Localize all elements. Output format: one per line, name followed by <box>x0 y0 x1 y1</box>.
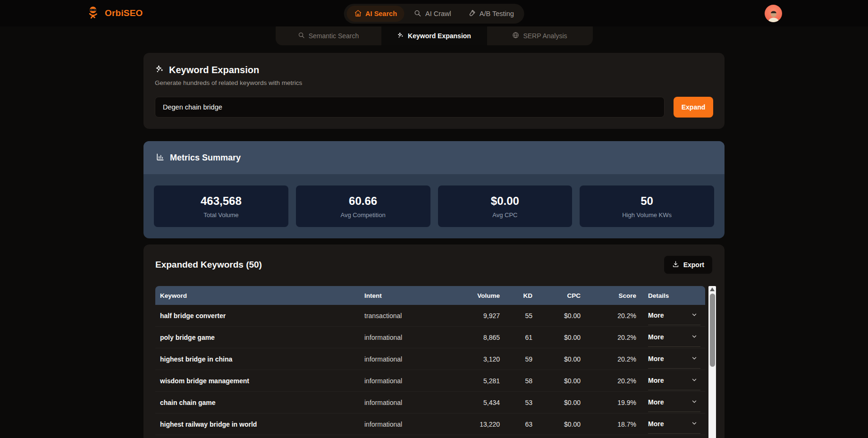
tab-semantic-search[interactable]: Semantic Search <box>276 26 381 45</box>
export-label: Export <box>683 261 704 269</box>
table-scrollbar[interactable] <box>708 286 716 438</box>
cell-details: More <box>641 415 705 434</box>
more-label: More <box>648 377 664 384</box>
keyword-input[interactable] <box>155 97 665 118</box>
col-header-score: Score <box>585 292 641 299</box>
cell-kd: 63 <box>505 421 537 428</box>
sub-tab-label: SERP Analysis <box>523 32 567 40</box>
table-row: chain chain game informational 5,434 53 … <box>155 392 705 413</box>
cell-score: 20.2% <box>585 312 641 320</box>
more-label: More <box>648 398 664 406</box>
row-more-button[interactable]: More <box>648 306 700 325</box>
cell-intent: informational <box>360 399 445 406</box>
cell-keyword: poly bridge game <box>155 334 360 341</box>
cell-intent: informational <box>360 421 445 428</box>
cell-details: More <box>641 328 705 347</box>
cell-volume: 5,434 <box>445 399 505 406</box>
cell-score: 19.9% <box>585 399 641 406</box>
cell-details: More <box>641 371 705 390</box>
metric-value: $0.00 <box>491 194 519 208</box>
cell-cpc: $0.00 <box>537 377 585 385</box>
nav-tab-label: AI Crawl <box>425 10 451 17</box>
table-row: binance chain wallet informational 13,19… <box>155 435 705 438</box>
cell-kd: 55 <box>505 312 537 320</box>
table-row: poly bridge game informational 8,865 61 … <box>155 327 705 348</box>
cell-kd: 59 <box>505 355 537 363</box>
col-header-details: Details <box>641 292 705 299</box>
cell-keyword: highest railway bridge in world <box>155 421 360 428</box>
sparkles-icon <box>155 64 164 76</box>
cell-volume: 5,281 <box>445 377 505 385</box>
search-icon <box>298 32 305 40</box>
cell-cpc: $0.00 <box>537 334 585 341</box>
cell-keyword: chain chain game <box>155 399 360 406</box>
cell-score: 18.7% <box>585 421 641 428</box>
cell-volume: 8,865 <box>445 334 505 341</box>
col-header-kd: KD <box>505 292 537 299</box>
cell-details: More <box>641 306 705 325</box>
tab-keyword-expansion[interactable]: Keyword Expansion <box>381 26 487 45</box>
robot-spider-icon <box>86 5 100 21</box>
expand-button[interactable]: Expand <box>674 97 713 118</box>
chevron-down-icon <box>691 333 698 341</box>
globe-icon <box>512 32 519 40</box>
row-more-button[interactable]: More <box>648 350 700 369</box>
chevron-down-icon <box>691 312 698 320</box>
cell-kd: 53 <box>505 399 537 406</box>
scrollbar-thumb[interactable] <box>710 294 715 367</box>
row-more-button[interactable]: More <box>648 437 700 438</box>
cell-kd: 61 <box>505 334 537 341</box>
nav-tab-ab-testing[interactable]: A/B Testing <box>461 6 522 22</box>
more-label: More <box>648 420 664 428</box>
page-title: Keyword Expansion <box>169 65 259 76</box>
brand[interactable]: OrbiSEO <box>86 5 143 21</box>
metric-card-avg-competition: 60.66 Avg Competition <box>296 185 430 227</box>
bar-chart-icon <box>156 152 165 163</box>
brand-name: OrbiSEO <box>105 8 143 18</box>
row-more-button[interactable]: More <box>648 371 700 390</box>
keywords-table: Keyword Intent Volume KD CPC Score Detai… <box>155 286 705 438</box>
metrics-summary-card: Metrics Summary 463,568 Total Volume 60.… <box>143 141 725 238</box>
scrollbar-up-arrow[interactable] <box>708 286 716 293</box>
export-button[interactable]: Export <box>664 256 712 274</box>
row-more-button[interactable]: More <box>648 328 700 347</box>
user-avatar[interactable] <box>765 5 782 22</box>
top-navbar: OrbiSEO AI Search AI Crawl <box>0 0 868 26</box>
tab-serp-analysis[interactable]: SERP Analysis <box>487 26 593 45</box>
cell-intent: informational <box>360 355 445 363</box>
cell-cpc: $0.00 <box>537 399 585 406</box>
more-label: More <box>648 355 664 362</box>
row-more-button[interactable]: More <box>648 393 700 412</box>
nav-tab-label: AI Search <box>365 10 397 17</box>
cell-keyword: half bridge converter <box>155 312 360 320</box>
expanded-keywords-card: Expanded Keywords (50) Export Keyword In… <box>143 244 725 438</box>
cell-score: 20.2% <box>585 355 641 363</box>
metric-label: Avg Competition <box>341 211 386 219</box>
card-subtitle: Generate hundreds of related keywords wi… <box>155 79 713 86</box>
cell-keyword: wisdom bridge management <box>155 377 360 385</box>
row-more-button[interactable]: More <box>648 415 700 434</box>
metric-value: 463,568 <box>201 194 242 208</box>
sub-tab-label: Keyword Expansion <box>408 32 471 40</box>
nav-tab-ai-search[interactable]: AI Search <box>346 6 405 22</box>
col-header-intent: Intent <box>360 292 445 299</box>
cell-kd: 58 <box>505 377 537 385</box>
cell-intent: transactional <box>360 312 445 320</box>
cell-cpc: $0.00 <box>537 421 585 428</box>
download-icon <box>672 261 679 269</box>
col-header-keyword: Keyword <box>155 292 360 299</box>
col-header-volume: Volume <box>445 292 505 299</box>
chevron-down-icon <box>691 398 698 406</box>
nav-tab-label: A/B Testing <box>480 10 514 17</box>
keyword-expansion-card: Keyword Expansion Generate hundreds of r… <box>143 53 725 129</box>
table-row: wisdom bridge management informational 5… <box>155 370 705 392</box>
col-header-cpc: CPC <box>537 292 585 299</box>
metric-label: High Volume KWs <box>622 211 672 219</box>
metric-label: Avg CPC <box>492 211 517 219</box>
table-row: half bridge converter transactional 9,92… <box>155 305 705 327</box>
metric-label: Total Volume <box>203 211 238 219</box>
test-tube-icon <box>468 9 476 18</box>
metric-card-high-volume-kws: 50 High Volume KWs <box>580 185 714 227</box>
nav-tab-ai-crawl[interactable]: AI Crawl <box>406 6 459 22</box>
table-header-row: Keyword Intent Volume KD CPC Score Detai… <box>155 286 705 305</box>
